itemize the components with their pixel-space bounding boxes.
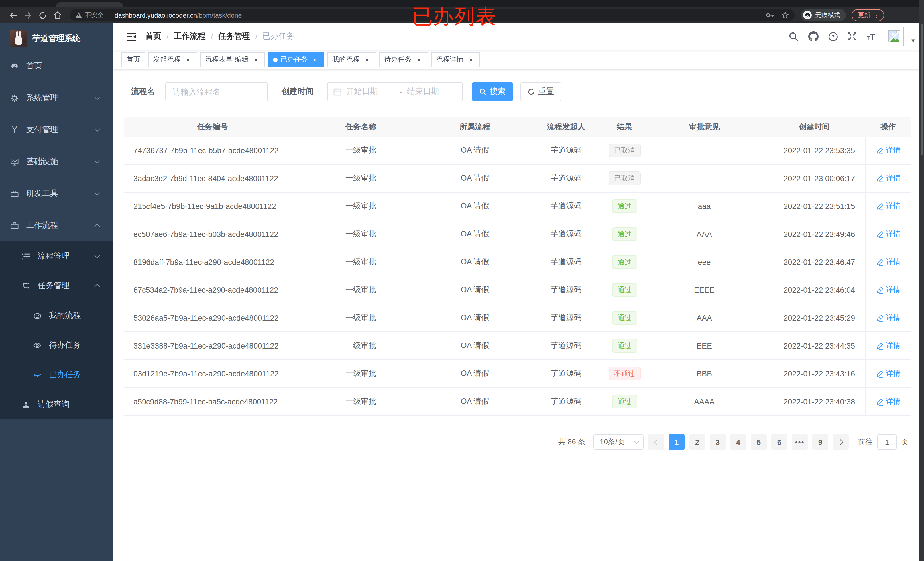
update-button[interactable]: 更新 ⋮ bbox=[852, 9, 884, 21]
bookmark-star-icon[interactable] bbox=[782, 11, 789, 19]
view-tag[interactable]: 流程表单-编辑 × bbox=[200, 52, 265, 67]
prev-page-button[interactable] bbox=[648, 434, 664, 450]
table-row: 3adac3d2-7b9d-11ec-8404-acde48001122 一级审… bbox=[124, 165, 911, 193]
reload-button[interactable] bbox=[35, 9, 50, 21]
sidebar-item-leave-query[interactable]: 请假查询 bbox=[0, 390, 113, 419]
sidebar-item-infra[interactable]: 基础设施 bbox=[0, 146, 113, 178]
close-icon[interactable]: × bbox=[252, 55, 260, 63]
fullscreen-icon[interactable] bbox=[848, 32, 857, 41]
home-button[interactable] bbox=[50, 9, 65, 21]
sidebar-item-devtools[interactable]: 研发工具 bbox=[0, 178, 113, 209]
page-number-button[interactable]: 5 bbox=[751, 434, 766, 450]
password-key-icon[interactable] bbox=[766, 12, 775, 18]
edit-pencil-icon bbox=[876, 398, 884, 405]
task-id-cell: ec507ae6-7b9a-11ec-b03b-acde48001122 bbox=[124, 220, 301, 248]
reset-button[interactable]: 重置 bbox=[520, 82, 561, 102]
close-icon[interactable]: × bbox=[184, 55, 192, 63]
view-tag[interactable]: 首页 bbox=[122, 52, 146, 67]
column-header: 任务名称 bbox=[301, 117, 421, 137]
tag-label: 待办任务 bbox=[384, 55, 411, 64]
font-size-icon[interactable]: TT bbox=[867, 32, 875, 41]
page-number-button[interactable]: 1 bbox=[669, 434, 685, 450]
view-tag[interactable]: 发起流程 × bbox=[148, 52, 197, 67]
breadcrumb: 首页 / 工作流程 / 任务管理 / 已办任务 bbox=[146, 31, 294, 42]
browser-menu-icon[interactable]: ⋮ bbox=[873, 11, 879, 19]
table-row: 74736737-7b9b-11ec-b5b7-acde48001122 一级审… bbox=[124, 137, 911, 165]
action-cell: 详情 bbox=[865, 304, 911, 332]
status-badge: 通过 bbox=[612, 255, 637, 269]
avatar[interactable] bbox=[885, 27, 904, 46]
page-number-button[interactable]: 9 bbox=[812, 434, 828, 450]
breadcrumb-workflow[interactable]: 工作流程 bbox=[174, 31, 206, 42]
breadcrumb-home[interactable]: 首页 bbox=[146, 31, 161, 42]
page-unit-label: 页 bbox=[901, 437, 909, 447]
table-row: a59c9d88-7b99-11ec-ba5c-acde48001122 一级审… bbox=[124, 388, 911, 416]
detail-link[interactable]: 详情 bbox=[876, 201, 901, 211]
detail-link[interactable]: 详情 bbox=[876, 313, 901, 323]
back-button[interactable] bbox=[6, 9, 21, 21]
detail-link[interactable]: 详情 bbox=[876, 173, 901, 183]
edit-pencil-icon bbox=[876, 342, 884, 349]
sidebar-item-system[interactable]: 系统管理 bbox=[0, 82, 113, 114]
date-range-picker[interactable]: 开始日期 - 结束日期 bbox=[327, 82, 463, 102]
scrollbar-thumb[interactable] bbox=[920, 24, 923, 155]
tags-view: 首页 发起流程 × 流程表单-编辑 × bbox=[113, 50, 924, 69]
detail-link[interactable]: 详情 bbox=[876, 396, 901, 407]
process-name-input[interactable] bbox=[165, 82, 268, 102]
action-cell: 详情 bbox=[865, 248, 911, 276]
result-cell: 通过 bbox=[603, 304, 646, 332]
close-icon[interactable]: × bbox=[311, 55, 319, 63]
sidebar-collapse-button[interactable] bbox=[122, 27, 141, 46]
page-number-button[interactable]: 3 bbox=[710, 434, 726, 450]
view-tag[interactable]: 已办任务 × bbox=[268, 52, 324, 67]
status-badge: 通过 bbox=[612, 395, 637, 408]
detail-link[interactable]: 详情 bbox=[876, 145, 901, 156]
detail-link[interactable]: 详情 bbox=[876, 257, 901, 267]
github-icon[interactable] bbox=[808, 31, 819, 42]
view-tag[interactable]: 流程详情 × bbox=[431, 52, 480, 67]
detail-link[interactable]: 详情 bbox=[876, 368, 901, 379]
table-row: 215cf4e5-7b9b-11ec-9a1b-acde48001122 一级审… bbox=[124, 193, 911, 220]
sidebar-item-home[interactable]: 首页 bbox=[0, 50, 113, 82]
url-host: dashboard.yudao.iocoder.cn bbox=[115, 12, 197, 18]
sidebar-item-todo-tasks[interactable]: 待办任务 bbox=[0, 330, 113, 360]
browser-tab[interactable] bbox=[56, 2, 123, 7]
page-number-button[interactable]: ••• bbox=[792, 434, 808, 450]
create-time-cell: 2022-01-22 23:46:47 bbox=[763, 248, 865, 276]
help-icon[interactable]: ? bbox=[828, 31, 838, 41]
detail-link[interactable]: 详情 bbox=[876, 229, 901, 239]
page-number-button[interactable]: 2 bbox=[689, 434, 705, 450]
next-page-button[interactable] bbox=[833, 434, 849, 450]
sidebar-item-process-mgmt[interactable]: 流程管理 bbox=[0, 241, 113, 271]
breadcrumb-task-mgmt[interactable]: 任务管理 bbox=[218, 31, 250, 42]
sidebar-item-my-process[interactable]: 我的流程 bbox=[0, 301, 113, 330]
sidebar-item-payment[interactable]: ¥ 支付管理 bbox=[0, 114, 113, 146]
avatar-caret-icon[interactable]: ▼ bbox=[910, 37, 916, 43]
view-tag[interactable]: 我的流程 × bbox=[327, 52, 376, 67]
detail-label: 详情 bbox=[886, 313, 901, 323]
goto-page-input[interactable] bbox=[877, 434, 897, 450]
close-icon[interactable]: × bbox=[415, 55, 423, 63]
comment-cell: BBB bbox=[646, 360, 763, 387]
sidebar-item-task-mgmt[interactable]: 任务管理 bbox=[0, 271, 113, 301]
search-button[interactable]: 搜索 bbox=[472, 82, 513, 102]
sidebar-logo[interactable]: 芋道管理系统 bbox=[0, 23, 113, 50]
sidebar-item-done-tasks[interactable]: 已办任务 bbox=[0, 360, 113, 390]
action-cell: 详情 bbox=[865, 220, 911, 248]
close-icon[interactable]: × bbox=[363, 55, 371, 63]
close-icon[interactable]: × bbox=[467, 55, 475, 63]
starter-cell: 芋道源码 bbox=[529, 360, 603, 387]
view-tag[interactable]: 待办任务 × bbox=[379, 52, 428, 67]
process-name-label: 流程名 bbox=[131, 87, 155, 97]
sidebar-item-workflow[interactable]: 工作流程 bbox=[0, 209, 113, 241]
detail-link[interactable]: 详情 bbox=[876, 341, 901, 351]
page-number-button[interactable]: 4 bbox=[730, 434, 746, 450]
page-number-button[interactable]: 6 bbox=[771, 434, 787, 450]
search-icon[interactable] bbox=[789, 31, 799, 41]
dashboard-icon bbox=[10, 62, 19, 70]
page-size-select[interactable]: 10条/页 bbox=[593, 434, 644, 450]
chevron-down-icon bbox=[634, 439, 639, 444]
forward-button[interactable] bbox=[21, 9, 35, 21]
detail-link[interactable]: 详情 bbox=[876, 285, 901, 295]
window-scrollbar[interactable] bbox=[920, 0, 924, 561]
